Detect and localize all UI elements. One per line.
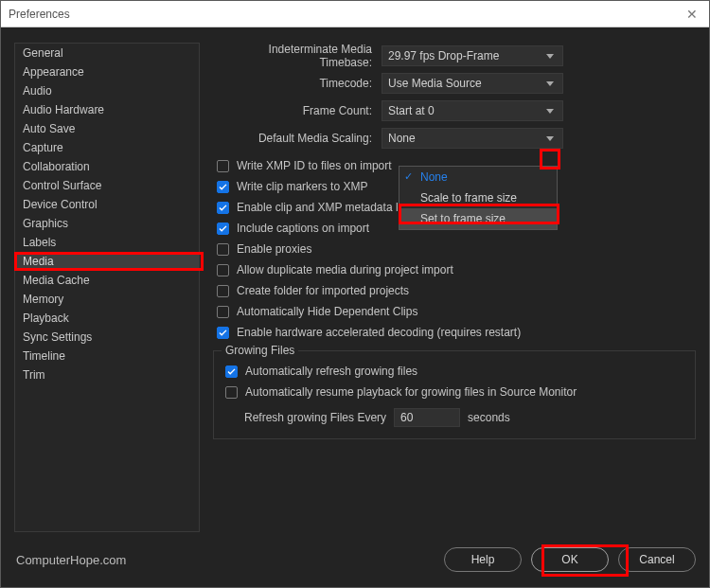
auto-refresh-label: Automatically refresh growing files	[245, 365, 417, 378]
checkbox-row[interactable]: Automatically Hide Dependent Clips	[213, 301, 696, 322]
refresh-interval-row: Refresh growing Files Every 60 seconds	[222, 408, 687, 427]
watermark-text: ComputerHope.com	[14, 553, 126, 567]
refresh-prefix: Refresh growing Files Every	[244, 411, 386, 424]
sidebar-item-control-surface[interactable]: Control Surface	[15, 176, 199, 195]
checkbox-icon	[225, 365, 238, 378]
media-settings-panel: Indeterminate Media Timebase: 29.97 fps …	[213, 43, 696, 532]
chevron-down-icon	[543, 77, 557, 90]
timebase-select[interactable]: 29.97 fps Drop-Frame	[382, 45, 563, 66]
checkbox-label: Enable proxies	[237, 242, 311, 256]
help-button[interactable]: Help	[444, 547, 522, 572]
timecode-value: Use Media Source	[388, 77, 482, 90]
scaling-select[interactable]: None	[382, 128, 563, 149]
framecount-select[interactable]: Start at 0	[382, 100, 563, 121]
chevron-down-icon	[543, 132, 557, 145]
checkbox-icon	[217, 264, 229, 276]
checkbox-label: Include captions on import	[237, 222, 369, 235]
timecode-select[interactable]: Use Media Source	[382, 73, 563, 94]
sidebar-item-playback[interactable]: Playback	[15, 309, 199, 328]
sidebar-item-timeline[interactable]: Timeline	[15, 347, 199, 365]
scaling-value: None	[388, 132, 416, 145]
sidebar-item-audio[interactable]: Audio	[15, 81, 199, 100]
growing-files-group: Growing Files Automatically refresh grow…	[213, 350, 696, 439]
sidebar-item-graphics[interactable]: Graphics	[15, 214, 199, 233]
auto-resume-label: Automatically resume playback for growin…	[245, 385, 577, 399]
framecount-value: Start at 0	[388, 104, 435, 117]
checkbox-row[interactable]: Allow duplicate media during project imp…	[213, 259, 696, 280]
checkbox-icon	[217, 243, 229, 256]
dropdown-option-label: None	[420, 170, 448, 184]
sidebar-item-memory[interactable]: Memory	[15, 290, 199, 309]
sidebar-item-media-cache[interactable]: Media Cache	[15, 271, 199, 290]
titlebar: Preferences ✕	[1, 1, 709, 27]
sidebar-item-device-control[interactable]: Device Control	[15, 195, 199, 214]
checkbox-icon	[225, 386, 238, 399]
checkbox-label: Write XMP ID to files on import	[237, 159, 392, 172]
timebase-value: 29.97 fps Drop-Frame	[388, 49, 499, 62]
checkbox-label: Allow duplicate media during project imp…	[237, 263, 453, 276]
growing-files-title: Growing Files	[222, 344, 298, 357]
preferences-window: Preferences ✕ GeneralAppearanceAudioAudi…	[0, 0, 710, 588]
checkbox-icon	[217, 202, 229, 214]
sidebar-item-collaboration[interactable]: Collaboration	[15, 157, 199, 176]
checkbox-icon	[217, 181, 229, 193]
scaling-label: Default Media Scaling:	[213, 132, 382, 145]
sidebar-item-capture[interactable]: Capture	[15, 138, 199, 157]
check-icon: ✓	[404, 170, 413, 183]
framecount-label: Frame Count:	[213, 104, 382, 117]
checkbox-row[interactable]: Enable hardware accelerated decoding (re…	[213, 322, 696, 343]
checkbox-label: Create folder for imported projects	[237, 284, 409, 297]
category-sidebar: GeneralAppearanceAudioAudio HardwareAuto…	[14, 43, 200, 532]
checkbox-icon	[217, 285, 229, 297]
auto-resume-row[interactable]: Automatically resume playback for growin…	[222, 382, 687, 402]
checkbox-icon	[217, 327, 229, 339]
auto-refresh-row[interactable]: Automatically refresh growing files	[222, 361, 687, 382]
sidebar-item-audio-hardware[interactable]: Audio Hardware	[15, 100, 199, 119]
sidebar-item-appearance[interactable]: Appearance	[15, 62, 199, 81]
dialog-footer: ComputerHope.com Help OK Cancel	[1, 542, 709, 587]
timebase-label: Indeterminate Media Timebase:	[213, 43, 382, 69]
chevron-down-icon	[543, 104, 557, 117]
checkbox-row[interactable]: Enable proxies	[213, 239, 696, 259]
refresh-suffix: seconds	[468, 411, 510, 424]
window-title: Preferences	[9, 8, 70, 21]
sidebar-item-trim[interactable]: Trim	[15, 365, 199, 384]
cancel-button[interactable]: Cancel	[618, 547, 696, 572]
dropdown-option[interactable]: Set to frame size	[399, 208, 557, 229]
dropdown-option-label: Set to frame size	[420, 212, 506, 225]
sidebar-item-media[interactable]: Media	[15, 252, 199, 271]
close-icon[interactable]: ✕	[683, 7, 701, 22]
checkbox-row[interactable]: Create folder for imported projects	[213, 280, 696, 301]
checkbox-label: Write clip markers to XMP	[237, 180, 367, 193]
checkbox-icon	[217, 160, 229, 172]
timecode-label: Timecode:	[213, 77, 382, 90]
sidebar-item-sync-settings[interactable]: Sync Settings	[15, 328, 199, 347]
dropdown-option-label: Scale to frame size	[420, 191, 517, 205]
dialog-body: GeneralAppearanceAudioAudio HardwareAuto…	[1, 27, 709, 542]
checkbox-label: Automatically Hide Dependent Clips	[237, 305, 417, 318]
scaling-dropdown-popup: ✓NoneScale to frame sizeSet to frame siz…	[399, 166, 558, 230]
dropdown-option[interactable]: Scale to frame size	[399, 187, 557, 208]
dropdown-option[interactable]: ✓None	[399, 167, 557, 187]
sidebar-item-general[interactable]: General	[15, 44, 199, 62]
chevron-down-icon	[543, 49, 557, 62]
checkbox-icon	[217, 306, 229, 318]
ok-button[interactable]: OK	[531, 547, 609, 572]
refresh-interval-input[interactable]: 60	[394, 408, 460, 427]
sidebar-item-labels[interactable]: Labels	[15, 233, 199, 252]
checkbox-label: Enable hardware accelerated decoding (re…	[237, 326, 521, 339]
checkbox-icon	[217, 223, 229, 235]
sidebar-item-auto-save[interactable]: Auto Save	[15, 119, 199, 138]
